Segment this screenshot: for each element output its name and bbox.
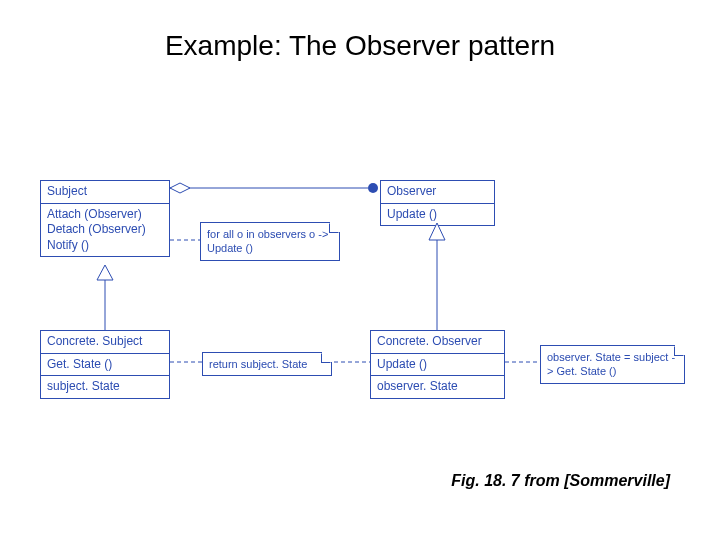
class-concrete-observer-name: Concrete. Observer bbox=[371, 331, 504, 354]
class-observer-name: Observer bbox=[381, 181, 494, 204]
class-concrete-observer: Concrete. Observer Update () observer. S… bbox=[370, 330, 505, 399]
class-concrete-subject: Concrete. Subject Get. State () subject.… bbox=[40, 330, 170, 399]
class-observer: Observer Update () bbox=[380, 180, 495, 226]
note-update: observer. State = subject -> Get. State … bbox=[540, 345, 685, 384]
class-concrete-subject-name: Concrete. Subject bbox=[41, 331, 169, 354]
class-subject-name: Subject bbox=[41, 181, 169, 204]
svg-point-2 bbox=[368, 183, 378, 193]
note-notify: for all o in observers o -> Update () bbox=[200, 222, 340, 261]
class-concrete-subject-ops: Get. State () bbox=[41, 354, 169, 377]
svg-marker-1 bbox=[170, 183, 190, 193]
uml-diagram: Subject Attach (Observer) Detach (Observ… bbox=[30, 160, 710, 460]
figure-caption: Fig. 18. 7 from [Sommerville] bbox=[451, 472, 670, 490]
class-concrete-subject-attrs: subject. State bbox=[41, 376, 169, 398]
class-observer-ops: Update () bbox=[381, 204, 494, 226]
note-getstate: return subject. State bbox=[202, 352, 332, 376]
class-subject: Subject Attach (Observer) Detach (Observ… bbox=[40, 180, 170, 257]
class-concrete-observer-attrs: observer. State bbox=[371, 376, 504, 398]
svg-marker-5 bbox=[97, 265, 113, 280]
slide-title: Example: The Observer pattern bbox=[0, 30, 720, 62]
class-subject-ops: Attach (Observer) Detach (Observer) Noti… bbox=[41, 204, 169, 257]
class-concrete-observer-ops: Update () bbox=[371, 354, 504, 377]
